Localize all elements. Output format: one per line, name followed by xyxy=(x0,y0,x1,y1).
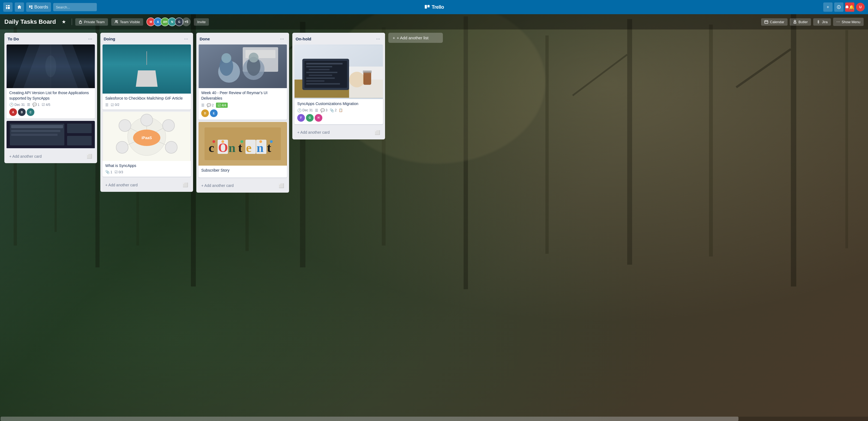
svg-point-62 xyxy=(119,120,131,131)
card-template-icon-done: ⬜ xyxy=(279,183,284,188)
add-card-onhold-button[interactable]: + Add another card ⬜ xyxy=(294,128,383,137)
search-input[interactable] xyxy=(53,3,97,11)
card-syncapps[interactable]: iPaaS What is SyncApps 📎 1 ☑ 0/3 xyxy=(102,112,191,177)
svg-point-94 xyxy=(270,140,273,143)
list-done-menu-button[interactable]: ··· xyxy=(278,35,286,42)
member-avatar-a: A xyxy=(9,108,17,116)
more-members-badge[interactable]: +5 xyxy=(182,18,191,26)
boards-button[interactable]: Boards xyxy=(26,2,51,12)
svg-point-92 xyxy=(241,140,243,143)
board-header: Daily Tasks Board ★ Private Team Team Vi… xyxy=(0,14,868,29)
notifications-button[interactable]: 🔔 xyxy=(845,2,855,12)
card-api-due: 🕐 Dec 31 xyxy=(9,102,25,107)
svg-rect-22 xyxy=(9,5,10,6)
team-visible-button[interactable]: Team Visible xyxy=(111,18,143,26)
calendar-label: Calendar xyxy=(770,20,784,24)
svg-rect-105 xyxy=(306,80,324,82)
calendar-icon xyxy=(764,20,768,24)
card-api-title: Creating API Version List for those Appl… xyxy=(9,90,92,101)
butler-icon xyxy=(793,20,797,24)
list-doing-menu-button[interactable]: ··· xyxy=(182,35,190,42)
card-syncapps-body: What is SyncApps 📎 1 ☑ 0/3 xyxy=(102,161,191,177)
card-api-meta: 🕐 Dec 31 ☰ 💬 1 ☑ 4/5 xyxy=(9,102,92,107)
card-laptop-image xyxy=(294,44,383,99)
member-f: F xyxy=(297,114,305,122)
svg-rect-52 xyxy=(11,125,63,128)
svg-rect-21 xyxy=(8,5,9,6)
scrollbar-thumb[interactable] xyxy=(1,417,739,421)
add-card-doing-button[interactable]: + Add another card ⬜ xyxy=(102,180,191,190)
list-todo: To Do ··· xyxy=(4,33,97,163)
star-button[interactable]: ★ xyxy=(59,17,68,27)
svg-rect-109 xyxy=(364,72,371,85)
svg-rect-53 xyxy=(11,130,60,132)
check-icon-sa: ☑ xyxy=(115,170,118,174)
svg-point-40 xyxy=(117,21,118,22)
svg-rect-23 xyxy=(6,7,7,8)
svg-rect-41 xyxy=(765,21,768,24)
add-list-button[interactable]: + + Add another list xyxy=(388,33,443,43)
card-video[interactable] xyxy=(6,121,95,148)
card-network-image: iPaaS xyxy=(102,112,191,161)
list-done-cards: Week 40 - Peer Review of Reymar's UI Del… xyxy=(196,44,289,180)
card-subscriber-body: Subscriber Story xyxy=(198,166,287,178)
card-salesforce[interactable]: Salesforce to Checkbox Mailchimp GIF Art… xyxy=(102,44,191,110)
check-icon: ☑ xyxy=(42,102,45,107)
svg-rect-101 xyxy=(309,69,330,70)
private-team-button[interactable]: Private Team xyxy=(75,18,108,26)
card-subscriber-title: Subscriber Story xyxy=(201,168,284,173)
add-button[interactable]: + xyxy=(823,2,833,12)
add-list-plus: + xyxy=(393,35,395,40)
card-api-checklist: ☑ 4/5 xyxy=(42,102,51,107)
add-list-label: + Add another list xyxy=(397,35,428,40)
info-button[interactable] xyxy=(834,2,843,12)
board-tools: Calendar Butler Jira ··· Show Menu xyxy=(761,18,864,26)
butler-button[interactable]: Butler xyxy=(790,18,811,26)
card-sf-desc: ☰ xyxy=(105,103,108,107)
card-lamp-image xyxy=(102,44,191,94)
calendar-button[interactable]: Calendar xyxy=(761,18,787,26)
card-template-icon-onhold: ⬜ xyxy=(375,130,380,135)
svg-rect-38 xyxy=(80,22,82,24)
user-avatar[interactable]: U xyxy=(856,3,865,11)
check-done-icon: ☑ xyxy=(218,103,221,107)
list-onhold-menu-button[interactable]: ··· xyxy=(374,35,382,42)
lamp-cord xyxy=(147,51,147,65)
comment-icon-w40: 💬 xyxy=(207,103,211,107)
svg-rect-29 xyxy=(29,5,31,8)
svg-rect-102 xyxy=(306,72,337,73)
member-g: G xyxy=(306,114,314,122)
show-menu-label: Show Menu xyxy=(841,20,860,24)
svg-rect-42 xyxy=(794,22,796,24)
svg-text:n: n xyxy=(228,141,236,155)
card-api-version[interactable]: Creating API Version List for those Appl… xyxy=(6,44,95,119)
list-doing-header: Doing ··· xyxy=(100,33,193,44)
nav-right-section: + 🔔 U xyxy=(823,2,865,12)
list-done-header: Done ··· xyxy=(196,33,289,44)
show-menu-button[interactable]: ··· Show Menu xyxy=(833,18,864,26)
card-syncapps-migration[interactable]: SyncApps Customizations Migration 🕐 Dec … xyxy=(294,44,383,124)
card-template-icon: ⬜ xyxy=(87,154,92,159)
svg-rect-99 xyxy=(306,63,342,65)
svg-rect-54 xyxy=(11,134,58,136)
invite-button[interactable]: Invite xyxy=(194,18,209,26)
horizontal-scrollbar[interactable] xyxy=(0,417,868,421)
card-mig-template: 📋 xyxy=(339,108,343,112)
card-sf-checklist: ☑ 0/2 xyxy=(111,103,119,107)
card-video-image xyxy=(6,121,95,148)
grid-menu-button[interactable] xyxy=(3,2,12,12)
card-migration-meta: 🕐 Dec 31 ☰ 💬 3 📎 2 xyxy=(297,108,380,112)
board-content: To Do ··· xyxy=(0,29,868,421)
add-card-done-button[interactable]: + Add another card ⬜ xyxy=(198,181,287,190)
card-api-comments: 💬 1 xyxy=(32,102,39,107)
card-week40[interactable]: Week 40 - Peer Review of Reymar's UI Del… xyxy=(198,44,287,120)
clock-icon-mig: 🕐 xyxy=(297,108,302,112)
card-week40-title: Week 40 - Peer Review of Reymar's UI Del… xyxy=(201,90,284,101)
card-subscriber[interactable]: c O n t e n t xyxy=(198,122,287,178)
add-card-todo-button[interactable]: + Add another card ⬜ xyxy=(6,151,95,161)
card-salesforce-body: Salesforce to Checkbox Mailchimp GIF Art… xyxy=(102,94,191,110)
svg-rect-26 xyxy=(6,8,7,9)
home-button[interactable] xyxy=(15,2,24,12)
list-todo-menu-button[interactable]: ··· xyxy=(87,35,94,42)
jira-button[interactable]: Jira xyxy=(813,18,831,26)
